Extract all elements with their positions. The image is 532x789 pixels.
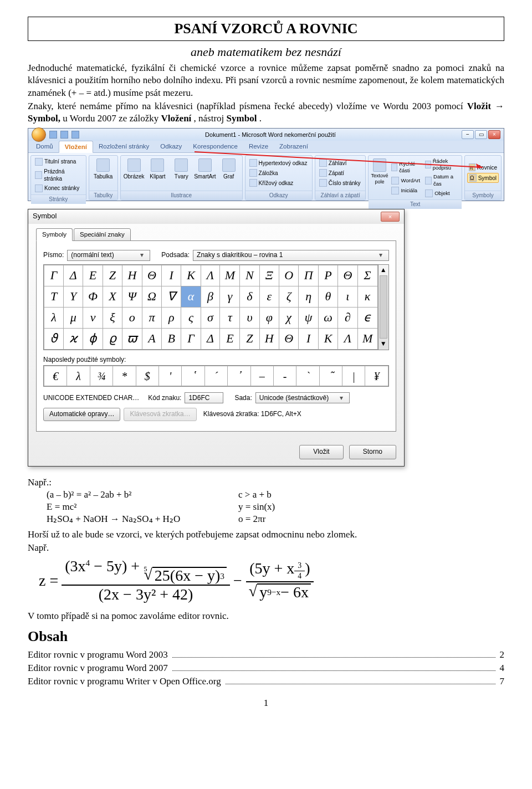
symbol-cell[interactable]: ϵ <box>357 307 377 328</box>
symbol-cell[interactable]: Ν <box>240 265 259 286</box>
symbol-cell[interactable]: Κ <box>181 265 201 286</box>
recent-symbol-cell[interactable]: ¥ <box>365 366 388 386</box>
symbol-cell[interactable]: μ <box>64 307 83 328</box>
btn-zahlavi[interactable]: Záhlaví <box>318 158 364 167</box>
btn-autocorrect[interactable]: Automatické opravy… <box>43 408 120 421</box>
recent-symbol-cell[interactable]: ¾ <box>90 366 112 386</box>
symbol-cell[interactable]: Π <box>299 265 318 286</box>
recent-symbol-cell[interactable]: ῾ <box>182 366 204 386</box>
btn-cislo-stranky[interactable]: Číslo stránky <box>318 178 364 187</box>
symbol-cell[interactable]: α <box>181 286 201 307</box>
symbol-cell[interactable]: Ζ <box>103 265 122 286</box>
symbol-cell[interactable]: Λ <box>338 328 357 349</box>
symbol-cell[interactable]: Β <box>162 328 181 349</box>
dlg-tab-symboly[interactable]: Symboly <box>36 228 73 241</box>
close-button[interactable]: × <box>488 130 500 139</box>
symbol-cell[interactable]: σ <box>201 307 220 328</box>
symbol-cell[interactable]: Θ <box>142 265 161 286</box>
symbol-cell[interactable]: Θ <box>338 265 357 286</box>
grid-scrollbar[interactable]: ▲▼ <box>378 265 388 350</box>
btn-konec-stranky[interactable]: Konec stránky <box>33 184 84 193</box>
symbol-cell[interactable]: Ω <box>142 286 161 307</box>
tab-revize[interactable]: Revize <box>243 141 274 152</box>
symbol-cell[interactable]: η <box>299 286 318 307</box>
symbol-cell[interactable]: ϑ <box>44 328 64 349</box>
symbol-cell[interactable]: ρ <box>162 307 181 328</box>
symbol-cell[interactable]: υ <box>240 307 259 328</box>
recent-symbol-cell[interactable]: | <box>342 366 365 386</box>
symbol-cell[interactable]: ϰ <box>64 328 83 349</box>
symbol-cell[interactable]: ∇ <box>162 286 181 307</box>
symbol-cell[interactable]: Ο <box>279 265 298 286</box>
btn-zapati[interactable]: Zápatí <box>318 168 364 177</box>
symbol-cell[interactable]: ι <box>338 286 357 307</box>
qat-save-icon[interactable] <box>49 131 57 139</box>
symbol-cell[interactable]: Ε <box>83 265 103 286</box>
symbol-cell[interactable]: Γ <box>181 328 201 349</box>
symbol-cell[interactable]: β <box>201 286 220 307</box>
toc-row-3[interactable]: Editor rovnic v programu Writer v Open O… <box>28 675 504 688</box>
btn-iniciala[interactable]: Iniciála <box>390 186 422 195</box>
btn-prazdna-stranka[interactable]: Prázdná stránka <box>33 167 84 183</box>
toc-row-1[interactable]: Editor rovnic v programu Word 20032 <box>28 649 504 661</box>
symbol-cell[interactable]: Δ <box>201 328 220 349</box>
btn-radek-podpisu[interactable]: Řádek podpisu <box>423 157 459 172</box>
maximize-button[interactable]: ▭ <box>475 130 487 139</box>
symbol-cell[interactable]: ξ <box>103 307 122 328</box>
btn-zalozka[interactable]: Záložka <box>248 168 310 177</box>
symbol-cell[interactable]: Χ <box>103 286 122 307</box>
symbol-cell[interactable]: Μ <box>220 265 240 286</box>
symbol-cell[interactable]: ψ <box>299 307 318 328</box>
symbol-cell[interactable]: γ <box>220 286 240 307</box>
tab-rozlozeni[interactable]: Rozložení stránky <box>93 141 155 152</box>
recent-symbol-cell[interactable]: € <box>44 366 67 386</box>
btn-wordart[interactable]: WordArt <box>390 176 422 185</box>
symbol-cell[interactable]: θ <box>318 286 337 307</box>
symbol-cell[interactable]: Μ <box>357 328 377 349</box>
symbol-cell[interactable]: Σ <box>357 265 377 286</box>
symbol-cell[interactable]: ν <box>83 307 103 328</box>
btn-rychle-casti[interactable]: Rychlé části <box>390 160 422 175</box>
btn-titulni-strana[interactable]: Titulní strana <box>33 157 84 166</box>
symbol-cell[interactable]: Ψ <box>122 286 142 307</box>
btn-objekt[interactable]: Objekt <box>423 189 459 198</box>
symbol-cell[interactable]: φ <box>259 307 279 328</box>
symbol-cell[interactable]: Θ <box>279 328 298 349</box>
recent-symbol-cell[interactable]: – <box>250 366 273 386</box>
recent-symbol-cell[interactable]: ᾽ <box>228 366 250 386</box>
symbol-cell[interactable]: τ <box>220 307 240 328</box>
qat-redo-icon[interactable] <box>71 131 79 139</box>
input-kodznaku[interactable]: 1D6FC <box>185 392 223 403</box>
symbol-cell[interactable]: ζ <box>279 286 298 307</box>
btn-smartart[interactable]: SmartArt <box>194 157 216 189</box>
recent-symbol-cell[interactable]: - <box>273 366 296 386</box>
symbol-cell[interactable]: Φ <box>83 286 103 307</box>
symbol-cell[interactable]: λ <box>44 307 64 328</box>
recent-symbol-cell[interactable]: λ <box>67 366 90 386</box>
tab-zobrazeni[interactable]: Zobrazení <box>274 141 314 152</box>
symbol-cell[interactable]: ς <box>181 307 201 328</box>
symbol-cell[interactable]: Κ <box>318 328 337 349</box>
tab-odkazy[interactable]: Odkazy <box>155 141 187 152</box>
btn-textpole[interactable]: Textové pole <box>371 157 388 198</box>
recent-symbol-cell[interactable]: ` <box>296 366 319 386</box>
symbol-cell[interactable]: ϖ <box>122 328 142 349</box>
dialog-close-button[interactable]: × <box>381 212 400 222</box>
tab-domu[interactable]: Domů <box>30 141 59 152</box>
symbol-cell[interactable]: Τ <box>44 286 64 307</box>
symbol-cell[interactable]: Ρ <box>318 265 337 286</box>
symbol-cell[interactable]: Ι <box>162 265 181 286</box>
btn-tvary[interactable]: Tvary <box>170 157 192 189</box>
symbol-cell[interactable]: ο <box>122 307 142 328</box>
btn-symbol[interactable]: ΩSymbol <box>467 173 499 183</box>
btn-obrazek[interactable]: Obrázek <box>123 157 145 189</box>
combo-podsada[interactable]: Znaky s diakritikou – rovina 1▾ <box>193 250 389 261</box>
symbol-cell[interactable]: Ζ <box>240 328 259 349</box>
btn-datum-cas[interactable]: Datum a čas <box>423 173 459 188</box>
symbol-cell[interactable]: Ι <box>299 328 318 349</box>
symbol-cell[interactable]: δ <box>240 286 259 307</box>
tab-vlozeni[interactable]: Vložení <box>59 141 93 153</box>
btn-storno[interactable]: Storno <box>349 445 396 459</box>
btn-hyperlink[interactable]: Hypertextový odkaz <box>248 158 310 167</box>
symbol-cell[interactable]: Η <box>122 265 142 286</box>
